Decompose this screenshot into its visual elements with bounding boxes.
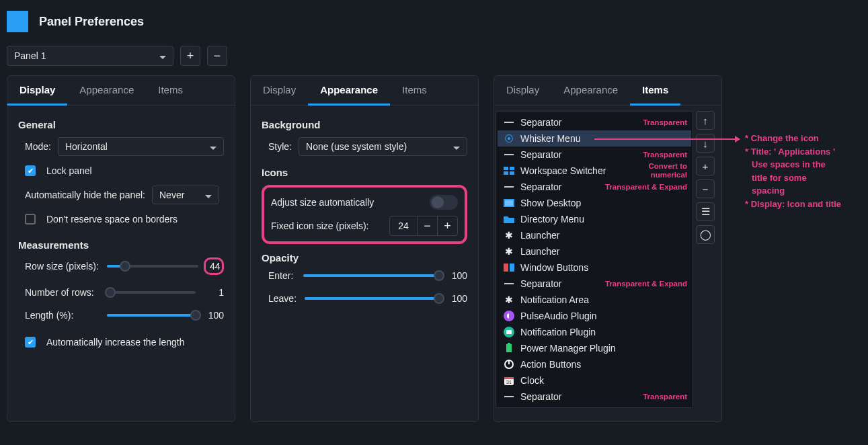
item-label: Whisker Menu — [520, 133, 580, 144]
svg-rect-10 — [506, 330, 512, 334]
page-title: Panel Preferences — [39, 15, 144, 29]
appearance-card: Display Appearance Items Background Styl… — [250, 75, 479, 422]
list-item[interactable]: ✱Launcher — [498, 243, 691, 259]
item-label: Separator — [520, 181, 561, 192]
lock-panel-label: Lock panel — [46, 165, 92, 176]
section-measurements: Measurements — [18, 239, 224, 251]
svg-rect-5 — [505, 200, 513, 206]
tab-display[interactable]: Display — [251, 76, 308, 105]
list-item[interactable]: SeparatorTransparent — [498, 389, 691, 405]
list-item[interactable]: SeparatorTransparent & Expand — [498, 276, 691, 292]
length-slider[interactable] — [107, 314, 196, 317]
svg-rect-7 — [510, 264, 514, 272]
autohide-dropdown[interactable]: Never — [152, 186, 219, 204]
tab-items[interactable]: Items — [390, 76, 439, 105]
list-item[interactable]: Directory Menu — [498, 211, 691, 227]
list-item[interactable]: Window Buttons — [498, 259, 691, 276]
section-opacity: Opacity — [262, 252, 467, 264]
item-annotation: Transparent & Expand — [605, 280, 687, 288]
item-label: Workspace Switcher — [520, 165, 606, 176]
mode-label: Mode: — [18, 141, 51, 152]
items-side-buttons: ↑ ↓ + − ☰ ◯ — [696, 111, 715, 408]
enter-slider[interactable] — [303, 274, 439, 277]
enter-value: 100 — [447, 270, 467, 281]
item-label: Notification Plugin — [520, 327, 596, 337]
move-up-button[interactable]: ↑ — [696, 111, 715, 130]
list-item[interactable]: ✱Launcher — [498, 227, 691, 243]
tab-appearance[interactable]: Appearance — [308, 76, 390, 106]
tab-display[interactable]: Display — [7, 76, 67, 106]
list-item[interactable]: SeparatorTransparent — [498, 114, 691, 130]
tab-appearance[interactable]: Appearance — [551, 76, 630, 105]
leave-slider[interactable] — [305, 297, 439, 300]
lock-panel-checkbox[interactable] — [25, 165, 36, 176]
section-general: General — [18, 119, 224, 130]
list-item[interactable]: Action Buttons — [498, 356, 691, 372]
tab-items[interactable]: Items — [146, 76, 195, 105]
item-annotation: Transparent — [643, 393, 687, 401]
auto-increase-label: Automatically increase the length — [46, 337, 184, 348]
topbar: Panel 1 + − — [0, 46, 868, 75]
reserve-checkbox[interactable] — [25, 214, 36, 225]
move-down-button[interactable]: ↓ — [696, 134, 715, 153]
item-label: Window Buttons — [520, 262, 588, 273]
svg-text:31: 31 — [506, 380, 512, 385]
list-item[interactable]: Show Desktop — [498, 195, 691, 211]
item-annotation: Transparent — [643, 118, 687, 127]
list-item[interactable]: Workspace SwitcherConvert tonumerical — [498, 163, 691, 179]
length-value: 100 — [204, 310, 224, 321]
items-list[interactable]: SeparatorTransparent⦿Whisker MenuSeparat… — [496, 111, 693, 408]
leave-label: Leave: — [262, 293, 297, 304]
num-rows-slider[interactable] — [107, 291, 196, 294]
fixed-size-spinner[interactable]: 24 − + — [389, 216, 458, 236]
items-card: Display Appearance Items SeparatorTransp… — [494, 75, 722, 422]
item-label: Separator — [520, 391, 561, 402]
list-item[interactable]: Power Manager Plugin — [498, 340, 691, 356]
list-item[interactable]: 31Clock — [498, 372, 691, 389]
spinner-minus-button[interactable]: − — [417, 216, 437, 235]
style-label: Style: — [262, 141, 292, 152]
tab-display[interactable]: Display — [494, 76, 551, 105]
mode-dropdown[interactable]: Horizontal — [58, 137, 224, 156]
autohide-label: Automatically hide the panel: — [18, 190, 145, 200]
tab-appearance[interactable]: Appearance — [67, 76, 146, 105]
tabs-items: Display Appearance Items — [494, 76, 721, 106]
remove-panel-button[interactable]: − — [207, 46, 227, 66]
edit-item-button[interactable]: ☰ — [696, 202, 715, 221]
remove-item-button[interactable]: − — [696, 179, 715, 198]
item-label: Notification Area — [520, 294, 589, 305]
item-label: Show Desktop — [520, 198, 581, 208]
fixed-size-value: 24 — [390, 220, 417, 231]
row-size-slider[interactable] — [107, 265, 198, 268]
tab-items[interactable]: Items — [630, 76, 680, 106]
list-item[interactable]: ✱Notification Area — [498, 292, 691, 308]
enter-label: Enter: — [262, 270, 295, 281]
autohide-value: Never — [159, 190, 184, 200]
add-panel-button[interactable]: + — [180, 46, 200, 66]
item-label: Action Buttons — [520, 359, 581, 370]
style-value: None (use system style) — [306, 141, 407, 152]
list-item[interactable]: SeparatorTransparent — [498, 147, 691, 163]
item-label: Separator — [520, 117, 561, 128]
panel-selector-value: Panel 1 — [14, 50, 46, 61]
annotation-arrow — [594, 138, 740, 140]
leave-value: 100 — [447, 293, 467, 304]
auto-increase-checkbox[interactable] — [25, 337, 36, 348]
list-item[interactable]: SeparatorTransparent & Expand — [498, 179, 691, 195]
list-item[interactable]: Notification Plugin — [498, 324, 691, 340]
item-annotation: Convert tonumerical — [649, 162, 688, 179]
style-dropdown[interactable]: None (use system style) — [299, 137, 467, 156]
svg-rect-0 — [504, 167, 508, 170]
item-label: Directory Menu — [520, 214, 584, 225]
adjust-auto-toggle[interactable] — [430, 195, 458, 210]
spinner-plus-button[interactable]: + — [437, 216, 457, 235]
list-item[interactable]: PulseAudio Plugin — [498, 308, 691, 324]
tabs-display: Display Appearance Items — [7, 76, 235, 106]
about-item-button[interactable]: ◯ — [696, 225, 715, 244]
svg-rect-3 — [510, 171, 514, 175]
panel-selector[interactable]: Panel 1 — [7, 46, 173, 66]
chevron-down-icon — [210, 141, 216, 152]
add-item-button[interactable]: + — [696, 157, 715, 175]
reserve-label: Don't reserve space on borders — [46, 214, 177, 225]
section-background: Background — [262, 119, 467, 130]
